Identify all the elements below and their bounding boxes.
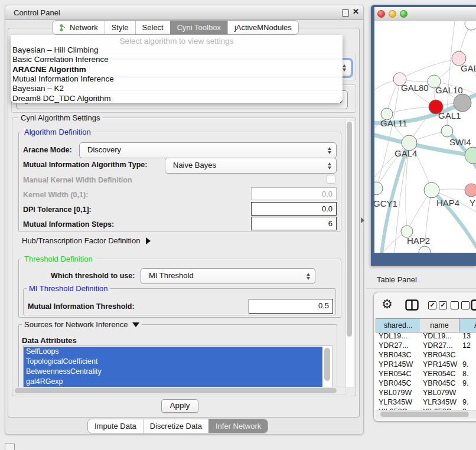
table-cell[interactable]: YER054C xyxy=(423,370,456,378)
which-threshold-label: Which threshold to use: xyxy=(51,272,135,280)
table-cell[interactable]: YER054C xyxy=(379,370,412,378)
network-edge[interactable] xyxy=(376,79,400,188)
settings-gear-icon[interactable]: ⚙ xyxy=(382,297,393,311)
tab-cyni-toolbox[interactable]: Cyni Toolbox xyxy=(170,21,227,34)
checked-columns-icon[interactable]: ✓✓ xyxy=(428,301,447,309)
top-tab-bar: NetworkStyleSelectCyni ToolboxjActiveMNo… xyxy=(52,20,299,35)
aracne-mode-combo[interactable]: Discovery xyxy=(79,142,337,158)
table-cell[interactable]: YDL19... xyxy=(423,332,452,340)
network-node[interactable] xyxy=(454,94,471,112)
bottom-tab-infer-network[interactable]: Infer Network xyxy=(208,419,268,433)
mi-threshold-field[interactable]: 0.5 xyxy=(249,299,333,314)
partial-toolbar-icon[interactable] xyxy=(471,299,476,311)
table-cell[interactable]: 9. xyxy=(462,398,468,406)
table-horizontal-scrollbar[interactable] xyxy=(376,410,476,419)
node-label: GAL4 xyxy=(395,148,417,158)
bottom-tab-discretize-data[interactable]: Discretize Data xyxy=(143,419,208,433)
node-label: GAL1 xyxy=(438,110,461,120)
table-cell[interactable]: YBL079W xyxy=(423,389,456,397)
mi-algorithm-type-combo[interactable]: Naive Bayes xyxy=(165,158,337,174)
attribute-list-item[interactable]: TopologicalCoefficient xyxy=(24,357,322,367)
zoom-traffic-light[interactable] xyxy=(400,10,407,18)
hub-definition-toggle[interactable]: Hub/Transcription Factor Definition xyxy=(22,236,151,245)
combo-spinner-icon xyxy=(307,273,311,280)
minimize-traffic-light[interactable] xyxy=(389,10,396,18)
settings-vscroll-thumb[interactable] xyxy=(347,122,352,337)
table-cell[interactable]: 8. xyxy=(462,370,468,378)
list-scrollbar-thumb[interactable] xyxy=(324,348,330,381)
attribute-list-item[interactable]: SelfLoops xyxy=(24,347,322,357)
table-cell[interactable]: YDR27... xyxy=(379,341,409,350)
network-canvas[interactable]: GAL7GAL80GAL10GAL1GAL11GAL4SWI4GCY1HAP4Y… xyxy=(374,21,476,253)
network-node-hap4[interactable] xyxy=(424,182,439,198)
close-icon[interactable]: ✕ xyxy=(353,7,359,16)
column-view-icon[interactable] xyxy=(405,299,419,311)
settings-vertical-scrollbar[interactable] xyxy=(345,120,354,388)
manual-kernel-checkbox[interactable] xyxy=(327,175,335,184)
table-cell[interactable]: YDR27... xyxy=(423,341,453,350)
table-cell[interactable]: YPR145W xyxy=(379,360,413,369)
network-edge[interactable] xyxy=(387,107,436,114)
dropdown-item[interactable]: Dream8 DC_TDC Algorithm xyxy=(12,94,111,103)
table-cell[interactable]: YDL19... xyxy=(379,332,407,340)
dropdown-item[interactable]: Bayesian – Hill Climbing xyxy=(12,45,99,54)
mi-steps-field[interactable]: 6 xyxy=(251,217,337,230)
bottom-tab-bar: Impute DataDiscretize DataInfer Network xyxy=(87,419,268,433)
table-cell[interactable]: YBR045C xyxy=(423,379,456,387)
column-header[interactable]: shared... xyxy=(376,318,420,332)
unchecked-columns-icon[interactable] xyxy=(451,301,470,309)
table-cell[interactable]: 12 xyxy=(462,341,471,350)
network-node[interactable] xyxy=(419,246,431,253)
column-header[interactable]: A xyxy=(459,318,476,332)
control-panel-titlebar[interactable]: Control Panel ✕ xyxy=(5,5,363,20)
table-cell[interactable]: 13 xyxy=(462,332,471,340)
table-cell[interactable]: YLR345W xyxy=(379,398,412,406)
tab-jactivemnodules[interactable]: jActiveMNodules xyxy=(227,21,298,34)
dropdown-item[interactable]: Basic Correlation Inference xyxy=(12,55,109,64)
dropdown-placeholder: Select algorithm to view settings xyxy=(11,37,343,45)
table-panel-title: Table Panel xyxy=(377,275,417,284)
settings-horizontal-scrollbar[interactable] xyxy=(14,387,346,395)
tab-style[interactable]: Style xyxy=(105,21,135,34)
network-node-gcy1[interactable] xyxy=(374,182,383,195)
dropdown-item[interactable]: Mutual Information Inference xyxy=(12,74,114,83)
table-cell[interactable]: 9. xyxy=(462,379,468,387)
table-cell[interactable]: YLR345W xyxy=(423,398,457,406)
dropdown-item[interactable]: ARACNE Algorithm xyxy=(12,65,86,74)
tab-label: Impute Data xyxy=(94,422,136,431)
table-cell[interactable]: YBR043C xyxy=(379,351,412,359)
attribute-list-item[interactable]: gal4RGexp xyxy=(24,377,322,387)
table-cell[interactable]: YPR145W xyxy=(423,360,457,369)
cyni-algorithm-settings-group: Cyni Algorithm Settings Algorithm Defini… xyxy=(12,118,356,396)
network-node[interactable] xyxy=(465,21,476,30)
network-node-swi4[interactable] xyxy=(441,125,453,137)
apply-button[interactable]: Apply xyxy=(161,399,198,413)
kernel-width-field[interactable]: 0.0 xyxy=(251,187,337,200)
settings-hscroll-thumb[interactable] xyxy=(15,388,337,393)
collapse-arrow-icon xyxy=(132,322,139,327)
node-label: SWI4 xyxy=(449,137,471,147)
mi-steps-label: Mutual Information Steps: xyxy=(23,220,114,229)
attribute-list-item[interactable]: BetweennessCentrality xyxy=(24,367,322,377)
panel-dock-icon[interactable] xyxy=(5,443,15,450)
table-panel-separator xyxy=(366,288,476,289)
algorithm-definition-title: Algorithm Definition xyxy=(22,128,93,136)
which-threshold-combo[interactable]: MI Threshold xyxy=(141,268,315,284)
dpi-tolerance-field[interactable]: 0.0 xyxy=(251,202,337,216)
table-cell[interactable]: 9. xyxy=(462,360,468,369)
tab-network[interactable]: Network xyxy=(53,21,105,34)
float-window-icon[interactable] xyxy=(342,9,349,17)
data-attributes-list[interactable]: SelfLoopsTopologicalCoefficientBetweenne… xyxy=(23,345,332,389)
node-label: Y xyxy=(470,198,475,208)
table-hscroll-thumb[interactable] xyxy=(380,412,469,417)
table-cell[interactable]: YBR043C xyxy=(423,351,456,359)
close-traffic-light[interactable] xyxy=(377,10,385,18)
tab-select[interactable]: Select xyxy=(135,21,170,34)
split-pane-handle-icon[interactable] xyxy=(361,217,364,223)
network-node-y[interactable] xyxy=(465,184,476,197)
column-header[interactable]: name xyxy=(420,318,459,332)
table-cell[interactable]: YBL079W xyxy=(379,389,412,397)
table-cell[interactable]: YBR045C xyxy=(379,379,412,387)
dropdown-item[interactable]: Bayesian – K2 xyxy=(12,84,64,93)
bottom-tab-impute-data[interactable]: Impute Data xyxy=(88,419,143,433)
